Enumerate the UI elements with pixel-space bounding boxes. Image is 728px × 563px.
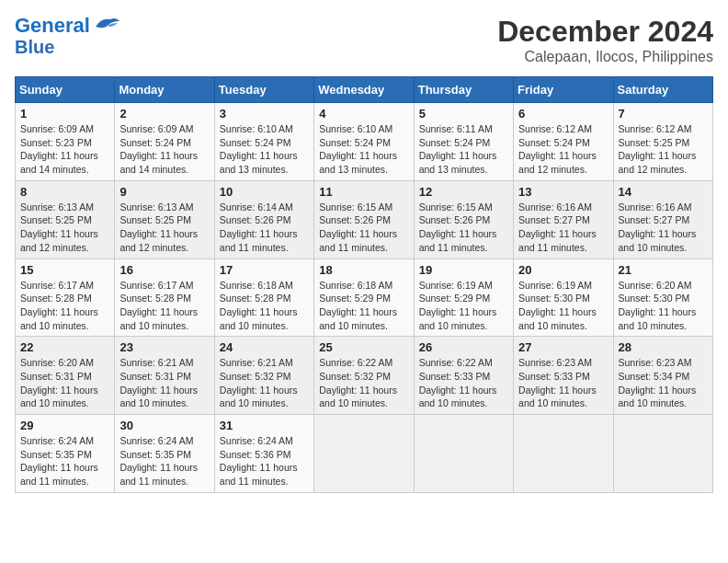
day-number: 23: [119, 340, 209, 354]
day-info: Sunrise: 6:21 AMSunset: 5:32 PMDaylight:…: [220, 356, 309, 410]
day-info: Sunrise: 6:18 AMSunset: 5:28 PMDaylight:…: [220, 279, 309, 333]
day-number: 6: [518, 107, 608, 121]
day-info: Sunrise: 6:19 AMSunset: 5:29 PMDaylight:…: [419, 279, 508, 333]
calendar-week-2: 8 Sunrise: 6:13 AMSunset: 5:25 PMDayligh…: [16, 180, 713, 259]
day-info: Sunrise: 6:13 AMSunset: 5:25 PMDaylight:…: [20, 201, 109, 255]
day-info: Sunrise: 6:10 AMSunset: 5:24 PMDaylight:…: [220, 122, 309, 177]
day-number: 17: [220, 263, 309, 277]
empty-cell: [514, 415, 613, 493]
logo-blue: Blue: [15, 37, 54, 57]
day-info: Sunrise: 6:13 AMSunset: 5:25 PMDaylight:…: [119, 201, 209, 255]
empty-cell: [414, 415, 513, 493]
day-cell-3: 3 Sunrise: 6:10 AMSunset: 5:24 PMDayligh…: [214, 103, 313, 181]
day-number: 3: [220, 107, 309, 121]
day-info: Sunrise: 6:12 AMSunset: 5:24 PMDaylight:…: [518, 122, 608, 177]
weekday-header-saturday: Saturday: [613, 77, 712, 103]
day-number: 31: [220, 419, 309, 432]
day-cell-31: 31 Sunrise: 6:24 AMSunset: 5:36 PMDaylig…: [214, 415, 313, 493]
day-number: 9: [119, 185, 209, 199]
bird-icon: [92, 14, 121, 34]
empty-cell: [613, 415, 712, 493]
day-number: 16: [119, 263, 209, 277]
calendar-week-3: 15 Sunrise: 6:17 AMSunset: 5:28 PMDaylig…: [16, 259, 713, 337]
day-cell-5: 5 Sunrise: 6:11 AMSunset: 5:24 PMDayligh…: [414, 103, 513, 181]
day-cell-10: 10 Sunrise: 6:14 AMSunset: 5:26 PMDaylig…: [214, 180, 313, 259]
calendar-week-5: 29 Sunrise: 6:24 AMSunset: 5:35 PMDaylig…: [16, 415, 713, 493]
day-info: Sunrise: 6:21 AMSunset: 5:31 PMDaylight:…: [119, 356, 209, 410]
day-info: Sunrise: 6:22 AMSunset: 5:32 PMDaylight:…: [319, 356, 408, 410]
weekday-header-sunday: Sunday: [16, 77, 115, 103]
day-number: 18: [319, 263, 408, 277]
day-cell-28: 28 Sunrise: 6:23 AMSunset: 5:34 PMDaylig…: [613, 337, 712, 415]
day-number: 28: [619, 340, 708, 354]
day-info: Sunrise: 6:23 AMSunset: 5:34 PMDaylight:…: [619, 356, 708, 410]
day-info: Sunrise: 6:17 AMSunset: 5:28 PMDaylight:…: [20, 279, 109, 333]
day-number: 12: [419, 185, 508, 199]
day-cell-8: 8 Sunrise: 6:13 AMSunset: 5:25 PMDayligh…: [16, 180, 115, 259]
day-number: 4: [319, 107, 408, 121]
day-number: 7: [619, 107, 708, 121]
day-cell-13: 13 Sunrise: 6:16 AMSunset: 5:27 PMDaylig…: [514, 180, 613, 259]
day-number: 20: [518, 263, 608, 277]
day-info: Sunrise: 6:15 AMSunset: 5:26 PMDaylight:…: [419, 201, 508, 255]
day-cell-17: 17 Sunrise: 6:18 AMSunset: 5:28 PMDaylig…: [214, 259, 313, 337]
day-number: 21: [619, 263, 708, 277]
day-number: 19: [419, 263, 508, 277]
day-info: Sunrise: 6:22 AMSunset: 5:33 PMDaylight:…: [419, 356, 508, 410]
day-cell-27: 27 Sunrise: 6:23 AMSunset: 5:33 PMDaylig…: [514, 337, 613, 415]
day-number: 24: [220, 340, 309, 354]
day-cell-6: 6 Sunrise: 6:12 AMSunset: 5:24 PMDayligh…: [514, 103, 613, 181]
day-number: 1: [20, 107, 109, 121]
day-info: Sunrise: 6:15 AMSunset: 5:26 PMDaylight:…: [319, 201, 408, 255]
day-cell-21: 21 Sunrise: 6:20 AMSunset: 5:30 PMDaylig…: [613, 259, 712, 337]
day-cell-15: 15 Sunrise: 6:17 AMSunset: 5:28 PMDaylig…: [16, 259, 115, 337]
day-number: 5: [419, 107, 508, 121]
day-number: 13: [518, 185, 608, 199]
day-info: Sunrise: 6:10 AMSunset: 5:24 PMDaylight:…: [319, 122, 408, 177]
calendar-body: 1 Sunrise: 6:09 AMSunset: 5:23 PMDayligh…: [16, 103, 713, 493]
day-info: Sunrise: 6:09 AMSunset: 5:23 PMDaylight:…: [20, 122, 109, 177]
day-cell-24: 24 Sunrise: 6:21 AMSunset: 5:32 PMDaylig…: [214, 337, 313, 415]
day-number: 2: [119, 107, 209, 121]
day-number: 15: [20, 263, 109, 277]
weekday-row: SundayMondayTuesdayWednesdayThursdayFrid…: [16, 77, 713, 103]
day-cell-26: 26 Sunrise: 6:22 AMSunset: 5:33 PMDaylig…: [414, 337, 513, 415]
day-cell-22: 22 Sunrise: 6:20 AMSunset: 5:31 PMDaylig…: [16, 337, 115, 415]
day-number: 25: [319, 340, 408, 354]
day-number: 22: [20, 340, 109, 354]
day-cell-11: 11 Sunrise: 6:15 AMSunset: 5:26 PMDaylig…: [314, 180, 414, 259]
day-cell-19: 19 Sunrise: 6:19 AMSunset: 5:29 PMDaylig…: [414, 259, 513, 337]
day-info: Sunrise: 6:20 AMSunset: 5:31 PMDaylight:…: [20, 356, 109, 410]
weekday-header-tuesday: Tuesday: [214, 77, 313, 103]
calendar-header: SundayMondayTuesdayWednesdayThursdayFrid…: [16, 77, 713, 103]
day-cell-7: 7 Sunrise: 6:12 AMSunset: 5:25 PMDayligh…: [613, 103, 712, 181]
day-number: 26: [419, 340, 508, 354]
month-year-title: December 2024: [497, 15, 713, 49]
day-info: Sunrise: 6:12 AMSunset: 5:25 PMDaylight:…: [619, 122, 708, 177]
location-subtitle: Calepaan, Ilocos, Philippines: [497, 49, 713, 65]
logo-text: General: [15, 15, 90, 37]
day-info: Sunrise: 6:17 AMSunset: 5:28 PMDaylight:…: [119, 279, 209, 333]
day-number: 27: [518, 340, 608, 354]
day-info: Sunrise: 6:18 AMSunset: 5:29 PMDaylight:…: [319, 279, 408, 333]
day-number: 11: [319, 185, 408, 199]
day-info: Sunrise: 6:09 AMSunset: 5:24 PMDaylight:…: [119, 122, 209, 177]
day-cell-18: 18 Sunrise: 6:18 AMSunset: 5:29 PMDaylig…: [314, 259, 414, 337]
day-number: 8: [20, 185, 109, 199]
day-info: Sunrise: 6:16 AMSunset: 5:27 PMDaylight:…: [518, 201, 608, 255]
day-cell-25: 25 Sunrise: 6:22 AMSunset: 5:32 PMDaylig…: [314, 337, 414, 415]
day-info: Sunrise: 6:24 AMSunset: 5:36 PMDaylight:…: [220, 434, 309, 488]
day-number: 30: [119, 419, 209, 432]
day-info: Sunrise: 6:19 AMSunset: 5:30 PMDaylight:…: [518, 279, 608, 333]
calendar-table: SundayMondayTuesdayWednesdayThursdayFrid…: [15, 76, 713, 493]
day-info: Sunrise: 6:24 AMSunset: 5:35 PMDaylight:…: [20, 434, 109, 488]
weekday-header-thursday: Thursday: [414, 77, 513, 103]
day-cell-16: 16 Sunrise: 6:17 AMSunset: 5:28 PMDaylig…: [115, 259, 214, 337]
day-info: Sunrise: 6:14 AMSunset: 5:26 PMDaylight:…: [220, 201, 309, 255]
day-cell-4: 4 Sunrise: 6:10 AMSunset: 5:24 PMDayligh…: [314, 103, 414, 181]
logo: General Blue: [15, 15, 121, 57]
day-cell-14: 14 Sunrise: 6:16 AMSunset: 5:27 PMDaylig…: [613, 180, 712, 259]
page-header: General Blue December 2024 Calepaan, Ilo…: [15, 15, 713, 65]
day-cell-23: 23 Sunrise: 6:21 AMSunset: 5:31 PMDaylig…: [115, 337, 214, 415]
day-info: Sunrise: 6:11 AMSunset: 5:24 PMDaylight:…: [419, 122, 508, 177]
